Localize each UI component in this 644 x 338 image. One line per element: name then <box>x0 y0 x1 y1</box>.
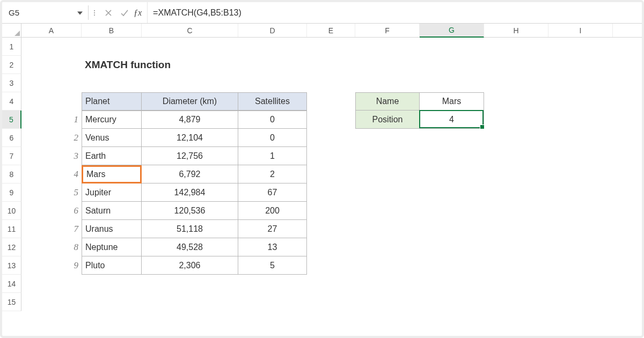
cells-area[interactable]: XMATCH functionPlanetDiameter (km)Satell… <box>21 38 642 336</box>
spreadsheet-grid[interactable]: 123456789101112131415 ABCDEFGHI XMATCH f… <box>2 24 642 336</box>
row-head-3[interactable]: 3 <box>2 74 21 92</box>
diameter-cell-7[interactable]: 12,756 <box>142 147 238 165</box>
row-head-10[interactable]: 10 <box>2 202 21 220</box>
drag-handle-icon[interactable] <box>92 10 97 16</box>
col-head-H[interactable]: H <box>484 24 548 37</box>
diameter-cell-6[interactable]: 12,104 <box>142 129 238 147</box>
row-head-9[interactable]: 9 <box>2 183 21 202</box>
planet-cell-7[interactable]: Earth <box>82 147 142 165</box>
row-head-15[interactable]: 15 <box>2 293 21 311</box>
sat-cell-11[interactable]: 27 <box>238 220 307 238</box>
col-head-I[interactable]: I <box>548 24 613 37</box>
row-index-10: 6 <box>21 202 82 220</box>
diameter-cell-10[interactable]: 120,536 <box>142 202 238 220</box>
sat-cell-9[interactable]: 67 <box>238 183 307 202</box>
formula-text: =XMATCH(G4,B5:B13) <box>153 8 241 18</box>
table-header-diameter[interactable]: Diameter (km) <box>142 92 238 111</box>
fx-icon[interactable]: ƒx <box>134 8 142 18</box>
sat-cell-5[interactable]: 0 <box>238 111 307 129</box>
planet-cell-11[interactable]: Uranus <box>82 220 142 238</box>
diameter-cell-12[interactable]: 49,528 <box>142 238 238 256</box>
row-head-7[interactable]: 7 <box>2 147 21 165</box>
planet-cell-10[interactable]: Saturn <box>82 202 142 220</box>
sat-cell-8[interactable]: 2 <box>238 165 307 183</box>
table-header-planet[interactable]: Planet <box>82 92 142 111</box>
row-index-9: 5 <box>21 183 82 202</box>
formula-input[interactable]: =XMATCH(G4,B5:B13) <box>147 2 642 23</box>
sat-cell-7[interactable]: 1 <box>238 147 307 165</box>
cancel-button[interactable] <box>101 6 115 20</box>
row-header-col: 123456789101112131415 <box>2 24 21 336</box>
row-head-4[interactable]: 4 <box>2 92 21 111</box>
sat-cell-6[interactable]: 0 <box>238 129 307 147</box>
col-head-F[interactable]: F <box>355 24 420 37</box>
row-head-14[interactable]: 14 <box>2 275 21 293</box>
diameter-cell-11[interactable]: 51,118 <box>142 220 238 238</box>
planet-cell-12[interactable]: Neptune <box>82 238 142 256</box>
diameter-cell-9[interactable]: 142,984 <box>142 183 238 202</box>
diameter-cell-8[interactable]: 6,792 <box>142 165 238 183</box>
lookup-position-label[interactable]: Position <box>355 111 420 129</box>
planet-cell-9[interactable]: Jupiter <box>82 183 142 202</box>
cell-reference: G5 <box>9 8 19 17</box>
row-index-7: 3 <box>21 147 82 165</box>
row-head-5[interactable]: 5 <box>2 111 21 129</box>
row-head-6[interactable]: 6 <box>2 129 21 147</box>
page-title[interactable]: XMATCH function <box>82 56 238 74</box>
planet-cell-8[interactable]: Mars <box>82 165 142 183</box>
planet-cell-5[interactable]: Mercury <box>82 111 142 129</box>
chevron-down-icon[interactable] <box>77 11 83 14</box>
row-index-13: 9 <box>21 256 82 275</box>
row-head-8[interactable]: 8 <box>2 165 21 183</box>
lookup-name-value[interactable]: Mars <box>420 92 484 111</box>
row-head-2[interactable]: 2 <box>2 56 21 74</box>
enter-button[interactable] <box>118 6 131 20</box>
col-head-G[interactable]: G <box>420 24 484 38</box>
lookup-position-value[interactable]: 4 <box>420 111 484 129</box>
planet-cell-6[interactable]: Venus <box>82 129 142 147</box>
col-head-D[interactable]: D <box>238 24 307 37</box>
lookup-name-label[interactable]: Name <box>355 92 420 111</box>
row-index-8: 4 <box>21 165 82 183</box>
check-icon <box>120 9 129 17</box>
table-header-satellites[interactable]: Satellites <box>238 92 307 111</box>
window: G5 ƒx =XMATCH(G4,B5:B13) 123456789101112… <box>0 0 644 338</box>
select-all-corner[interactable] <box>2 24 21 38</box>
row-index-11: 7 <box>21 220 82 238</box>
divider <box>88 5 89 20</box>
row-index-5: 1 <box>21 111 82 129</box>
sat-cell-12[interactable]: 13 <box>238 238 307 256</box>
close-icon <box>105 9 112 17</box>
planet-cell-13[interactable]: Pluto <box>82 256 142 275</box>
row-head-11[interactable]: 11 <box>2 220 21 238</box>
row-head-1[interactable]: 1 <box>2 38 21 56</box>
col-head-B[interactable]: B <box>82 24 142 37</box>
row-index-6: 2 <box>21 129 82 147</box>
diameter-cell-13[interactable]: 2,306 <box>142 256 238 275</box>
sat-cell-13[interactable]: 5 <box>238 256 307 275</box>
name-box[interactable]: G5 <box>2 2 88 23</box>
row-index-12: 8 <box>21 238 82 256</box>
col-head-C[interactable]: C <box>142 24 238 37</box>
diameter-cell-5[interactable]: 4,879 <box>142 111 238 129</box>
row-head-12[interactable]: 12 <box>2 238 21 256</box>
col-head-A[interactable]: A <box>21 24 82 37</box>
sat-cell-10[interactable]: 200 <box>238 202 307 220</box>
col-header-row: ABCDEFGHI <box>21 24 642 38</box>
formula-bar: G5 ƒx =XMATCH(G4,B5:B13) <box>2 2 642 24</box>
col-head-E[interactable]: E <box>307 24 355 37</box>
row-head-13[interactable]: 13 <box>2 256 21 275</box>
